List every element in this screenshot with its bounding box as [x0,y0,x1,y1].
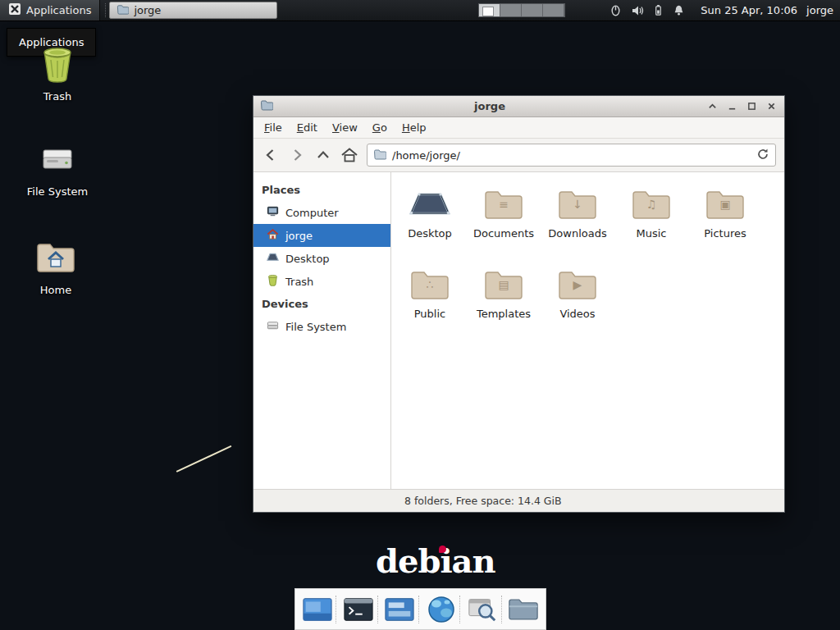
desktop-icon-label: File System [18,185,97,198]
sidebar-item-filesystem[interactable]: File System [253,315,390,338]
sidebar-item-label: File System [285,321,346,333]
back-button[interactable] [262,146,280,164]
debian-logo: debian [376,541,495,580]
folder-item-music[interactable]: ♫ Music [614,185,688,266]
dock-separator [459,596,463,623]
web-browser-launcher-icon[interactable] [425,593,458,626]
file-manager-launcher-icon[interactable] [507,593,540,626]
sidebar-item-computer[interactable]: Computer [253,201,390,224]
folder-icon: ▣ [704,185,746,225]
folder-item-pictures[interactable]: ▣ Pictures [688,185,762,266]
templates-emblem-icon: ▤ [482,279,525,290]
path-bar[interactable]: /home/jorge/ [367,144,776,167]
workspace-pager[interactable] [478,3,565,17]
folder-icon: ≡ [482,185,525,225]
forward-button[interactable] [288,146,306,164]
debian-swirl-icon [439,546,446,553]
window-body: Places Computer jorge Desktop [253,172,784,489]
path-text[interactable]: /home/jorge/ [392,149,751,162]
desktop-stray-line [176,445,232,472]
maximize-button[interactable] [746,100,758,112]
folder-item-documents[interactable]: ≡ Documents [467,185,541,266]
window-title: jorge [278,100,701,112]
app-finder-launcher-icon[interactable] [466,593,499,626]
home-folder-icon [16,236,95,279]
desktop-window-launcher-icon[interactable] [301,593,334,626]
pictures-emblem-icon: ▣ [704,199,746,210]
mouse-icon[interactable] [609,4,622,16]
minimize-button[interactable] [726,100,738,112]
folder-view[interactable]: Desktop ≡ Documents ↓ Downloads [391,172,784,489]
folder-item-videos[interactable]: ▶ Videos [541,266,614,346]
panel-user-menu[interactable]: jorge [805,0,840,21]
folder-label: Desktop [408,227,452,240]
dock-separator [501,596,505,623]
menu-edit[interactable]: Edit [290,119,325,136]
sidebar-item-desktop[interactable]: Desktop [253,247,390,270]
window-icon [260,98,273,114]
folder-label: Documents [473,227,534,240]
folder-item-public[interactable]: ∴ Public [393,266,467,346]
workspaces-launcher-icon[interactable] [383,593,416,626]
applications-icon [8,2,21,18]
folder-label: Music [637,227,667,240]
applications-label: Applications [26,4,91,16]
workspace-4[interactable] [543,4,564,16]
workspace-window-preview [482,7,494,16]
panel-handle [100,3,106,17]
computer-icon [267,205,279,220]
menu-view[interactable]: View [325,119,365,136]
desktop-icon-home[interactable]: Home [16,236,95,296]
folder-label: Pictures [704,227,746,240]
terminal-launcher-icon[interactable] [342,593,375,626]
public-emblem-icon: ∴ [409,279,451,290]
up-button[interactable] [314,146,332,164]
sidebar: Places Computer jorge Desktop [253,172,391,489]
folder-label: Templates [477,308,531,320]
debian-wordmark: debian [376,541,495,580]
menubar: File Edit View Go Help [253,117,784,139]
folder-item-templates[interactable]: ▤ Templates [467,266,541,346]
places-header: Places [253,179,390,201]
sidebar-item-trash[interactable]: Trash [253,270,390,293]
desktop-icon-label: Home [16,284,95,296]
folder-icon: ▶ [556,266,599,305]
status-text: 8 folders, Free space: 14.4 GiB [404,495,562,507]
shade-button[interactable] [706,100,719,112]
desktop-icon-trash[interactable]: Trash [18,43,97,103]
folder-icon: ▤ [482,266,525,305]
sidebar-item-label: Desktop [285,253,330,265]
home-button[interactable] [340,146,358,164]
folder-item-desktop[interactable]: Desktop [393,185,467,266]
panel-clock[interactable]: Sun 25 Apr, 10:06 [693,0,805,21]
taskbar-window-button[interactable]: jorge [109,2,277,19]
statusbar: 8 folders, Free space: 14.4 GiB [253,489,784,512]
folder-icon: ♫ [630,185,673,225]
folder-item-downloads[interactable]: ↓ Downloads [541,185,614,266]
titlebar[interactable]: jorge [253,96,784,117]
toolbar: /home/jorge/ [253,139,784,172]
workspace-3[interactable] [522,4,543,16]
close-button[interactable] [765,100,778,112]
bell-icon[interactable] [673,4,685,16]
workspace-2[interactable] [500,4,522,16]
sidebar-item-label: Trash [285,276,313,288]
battery-icon[interactable] [653,4,664,16]
menu-file[interactable]: File [257,119,290,136]
volume-icon[interactable] [631,4,644,17]
music-emblem-icon: ♫ [630,199,673,210]
menu-go[interactable]: Go [365,119,395,136]
desktop-special-icon [409,185,451,225]
trash-icon [267,274,279,289]
folder-label: Public [414,308,445,320]
menu-help[interactable]: Help [395,119,434,136]
desktop-icon-filesystem[interactable]: File System [18,138,97,198]
reload-icon[interactable] [756,148,769,163]
dock-separator [377,596,381,623]
bottom-dock [294,588,546,630]
workspace-1[interactable] [479,4,500,16]
sidebar-item-home[interactable]: jorge [253,224,390,247]
applications-menu-button[interactable]: Applications [0,0,100,21]
folder-icon: ↓ [556,185,599,225]
documents-emblem-icon: ≡ [482,199,525,210]
